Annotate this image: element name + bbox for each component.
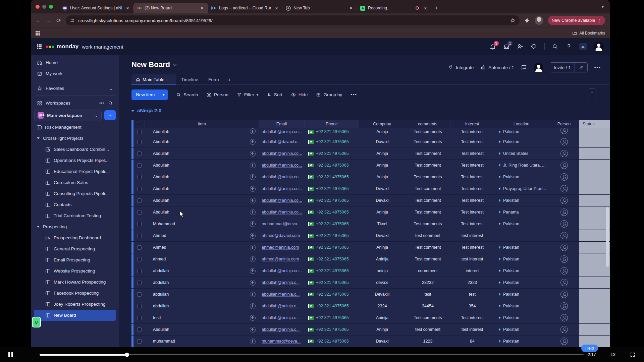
column-header-company[interactable]: Company — [359, 120, 405, 128]
interest-cell[interactable]: Test interest — [450, 183, 494, 194]
person-cell[interactable] — [549, 300, 579, 312]
sidebar-item-educational-project-pipeli[interactable]: Educational Project Pipeli... — [34, 166, 116, 177]
interest-cell[interactable]: Test interest — [450, 206, 494, 218]
row-checkbox[interactable] — [137, 222, 142, 226]
close-tab-icon[interactable]: ✕ — [125, 6, 130, 11]
email-cell[interactable]: abdullah@aninja.co... — [259, 265, 305, 277]
person-avatar-icon[interactable] — [560, 232, 568, 239]
add-view-button[interactable]: + — [225, 74, 234, 84]
phone-cell[interactable]: +92 321 4975065 — [305, 312, 359, 323]
phone-cell[interactable]: +92 321 4975065 — [305, 289, 359, 300]
item-cell[interactable]: testt — [145, 312, 259, 323]
open-conversation-icon[interactable] — [250, 327, 256, 333]
browser-tab-2[interactable]: (3) New Board✕ — [133, 3, 208, 13]
person-cell[interactable] — [549, 242, 579, 253]
chip-menu-dots-icon[interactable]: ⋮ — [597, 18, 602, 23]
status-cell[interactable] — [579, 277, 610, 288]
invite-members-icon[interactable] — [517, 43, 524, 50]
zoom-window-button[interactable] — [49, 5, 53, 9]
open-conversation-icon[interactable] — [250, 209, 256, 215]
company-cell[interactable]: Tkxel — [359, 218, 405, 230]
search-button[interactable]: Search — [176, 92, 198, 97]
phone-cell[interactable]: +92 321 4975065 — [305, 253, 359, 265]
row-checkbox[interactable] — [137, 304, 142, 308]
open-conversation-icon[interactable] — [250, 221, 256, 227]
comments-cell[interactable]: Test comment — [405, 160, 450, 171]
item-cell[interactable]: Abdullah — [145, 206, 259, 218]
location-cell[interactable]: Pakistan — [494, 253, 549, 265]
open-conversation-icon[interactable] — [250, 198, 256, 203]
row-checkbox[interactable] — [137, 281, 142, 285]
view-tab-main-table[interactable]: Main Table··· — [131, 74, 176, 84]
column-header-person[interactable]: Person — [549, 120, 579, 128]
new-item-button[interactable]: New item ▾ — [131, 89, 168, 100]
open-conversation-icon[interactable] — [250, 174, 256, 180]
marketplace-puzzle-icon[interactable] — [531, 43, 537, 50]
comments-cell[interactable]: Test comments — [405, 136, 450, 147]
phone-cell[interactable]: +92 321 4975065 — [305, 195, 359, 206]
invite-button[interactable]: Invite / 1 — [550, 62, 588, 72]
sidebar-item-crossflight-projects[interactable]: CrossFlight Projects — [34, 133, 116, 144]
person-avatar-icon[interactable] — [560, 326, 568, 333]
email-cell[interactable]: abdullah@aninja.co... — [259, 128, 305, 136]
row-checkbox[interactable] — [137, 327, 142, 332]
sidebar-item-general-prospecting[interactable]: General Prospecting — [34, 243, 116, 254]
sidebar-item-risk-management[interactable]: Risk Management — [34, 122, 116, 133]
item-cell[interactable]: Ahmed — [145, 242, 259, 253]
sidebar-item-email-prospecting[interactable]: Email Prospecting — [34, 254, 116, 265]
person-cell[interactable] — [549, 218, 579, 230]
person-cell[interactable] — [549, 160, 579, 171]
person-avatar-icon[interactable] — [560, 314, 568, 321]
item-cell[interactable]: Abdullah — [145, 136, 259, 147]
status-cell[interactable] — [579, 324, 610, 335]
person-avatar-icon[interactable] — [560, 302, 568, 310]
email-cell[interactable]: abdullah@aninja.co... — [259, 160, 305, 171]
automate-button[interactable]: Automate / 1 — [480, 65, 514, 70]
view-tab-timeline[interactable]: Timeline — [177, 74, 203, 84]
phone-cell[interactable]: +92 321 4975065 — [305, 300, 359, 312]
sidebar-item-curriculum-sales[interactable]: Curriculum Sales — [34, 177, 116, 188]
new-tab-button[interactable]: + — [431, 5, 441, 13]
comments-cell[interactable]: Test comment — [405, 195, 450, 206]
fullscreen-icon[interactable] — [630, 352, 635, 357]
phone-cell[interactable]: +92 321 4975065 — [305, 277, 359, 288]
row-checkbox[interactable] — [137, 245, 142, 250]
item-cell[interactable]: abdullah — [145, 277, 259, 288]
status-cell[interactable] — [579, 218, 610, 230]
status-cell[interactable] — [579, 136, 610, 147]
site-settings-icon[interactable] — [70, 18, 75, 23]
bookmark-star-icon[interactable] — [510, 18, 516, 23]
interest-cell[interactable]: Test interest — [450, 242, 494, 253]
collapse-toolbar-chevron-icon[interactable]: ⌃ — [588, 88, 596, 97]
company-cell[interactable]: aninja — [359, 265, 405, 277]
open-conversation-icon[interactable] — [250, 315, 256, 321]
board-menu-dots-icon[interactable]: ••• — [594, 65, 601, 70]
phone-cell[interactable]: +92 321 4975065 — [305, 128, 359, 136]
status-cell[interactable] — [579, 171, 610, 183]
comments-cell[interactable]: coomment — [405, 265, 450, 277]
workspaces-search-icon[interactable] — [108, 101, 113, 106]
sidebar-item-sales-dashboard-combin[interactable]: Sales Dashboard Combin... — [34, 144, 116, 155]
row-checkbox[interactable] — [137, 187, 142, 191]
row-checkbox[interactable] — [137, 234, 142, 238]
company-cell[interactable]: Devaxl — [359, 183, 405, 194]
person-cell[interactable] — [549, 253, 579, 265]
open-conversation-icon[interactable] — [250, 280, 256, 286]
minimize-window-button[interactable] — [42, 5, 46, 9]
item-cell[interactable]: Abdullah — [145, 183, 259, 194]
view-tab-menu-dots-icon[interactable]: ··· — [167, 77, 171, 82]
window-controls[interactable] — [36, 0, 53, 13]
location-cell[interactable]: United States — [494, 148, 549, 159]
comments-cell[interactable]: 34454 — [405, 300, 450, 312]
row-checkbox[interactable] — [137, 339, 142, 344]
interest-cell[interactable]: 84 — [450, 336, 494, 347]
person-avatar-icon[interactable] — [560, 267, 568, 275]
group-by-button[interactable]: Group by — [316, 92, 342, 97]
item-cell[interactable]: Abdullah — [145, 171, 259, 183]
group-header[interactable]: aNinja 2.0 — [131, 108, 161, 114]
person-cell[interactable] — [549, 277, 579, 288]
status-cell[interactable] — [579, 195, 610, 206]
sidebar-item-new-board[interactable]: New Board — [34, 310, 116, 321]
open-conversation-icon[interactable] — [250, 292, 256, 297]
board-owner-avatar[interactable] — [534, 63, 543, 72]
